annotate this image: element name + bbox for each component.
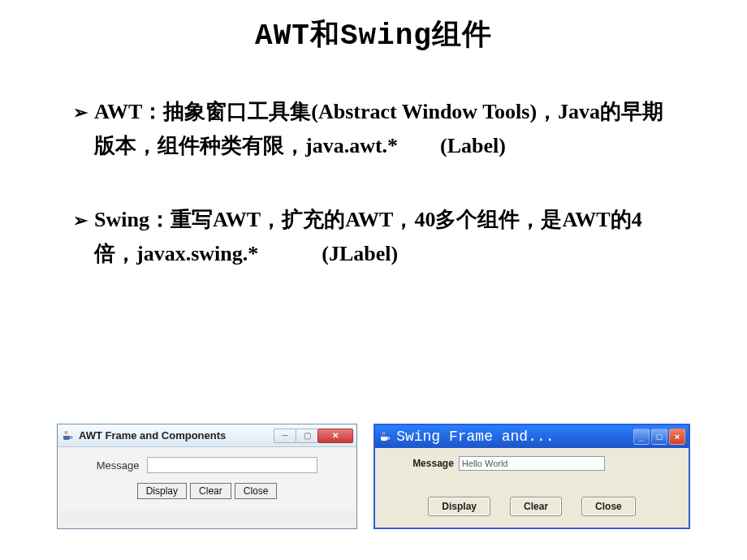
message-label: Message — [97, 459, 140, 472]
close-button[interactable]: Close — [581, 497, 636, 516]
awt-window: AWT Frame and Components ─ ▢ ✕ Message D… — [57, 424, 357, 529]
maximize-button[interactable]: ▢ — [296, 429, 318, 443]
display-button[interactable]: Display — [137, 483, 187, 499]
display-button[interactable]: Display — [428, 497, 490, 516]
bullet-item: ➢ AWT：抽象窗口工具集(Abstract Window Tools)，Jav… — [73, 95, 674, 162]
bullet-text: Swing：重写AWT，扩充的AWT，40多个组件，是AWT的4倍，javax.… — [94, 203, 674, 270]
swing-body: Message Display Clear Close — [375, 448, 689, 528]
close-button[interactable]: Close — [235, 483, 278, 499]
message-input[interactable] — [459, 456, 605, 471]
bullet-marker-icon: ➢ — [73, 206, 88, 270]
swing-titlebar[interactable]: Swing Frame and... _ □ × — [375, 425, 689, 448]
java-coffee-icon — [378, 430, 391, 443]
window-controls: _ □ × — [633, 429, 685, 445]
bullet-text: AWT：抽象窗口工具集(Abstract Window Tools)，Java的… — [94, 95, 674, 162]
minimize-button[interactable]: _ — [633, 429, 650, 445]
clear-button[interactable]: Clear — [510, 497, 562, 516]
window-controls: ─ ▢ ✕ — [274, 429, 353, 443]
java-coffee-icon — [61, 429, 74, 442]
awt-body: Message Display Clear Close — [58, 447, 356, 510]
message-input[interactable] — [147, 457, 317, 473]
minimize-button[interactable]: ─ — [274, 429, 296, 443]
bullet-marker-icon: ➢ — [73, 98, 88, 162]
awt-titlebar[interactable]: AWT Frame and Components ─ ▢ ✕ — [58, 424, 356, 447]
windows-row: AWT Frame and Components ─ ▢ ✕ Message D… — [0, 424, 747, 529]
maximize-button[interactable]: □ — [651, 429, 667, 445]
message-label: Message — [412, 458, 454, 469]
close-button[interactable]: ✕ — [317, 429, 353, 443]
slide-content: ➢ AWT：抽象窗口工具集(Abstract Window Tools)，Jav… — [0, 54, 747, 270]
awt-window-title: AWT Frame and Components — [77, 429, 274, 442]
swing-window-title: Swing Frame and... — [395, 429, 633, 445]
swing-window: Swing Frame and... _ □ × Message Display… — [374, 424, 690, 529]
bullet-item: ➢ Swing：重写AWT，扩充的AWT，40多个组件，是AWT的4倍，java… — [73, 203, 674, 270]
close-button[interactable]: × — [669, 429, 685, 445]
clear-button[interactable]: Clear — [190, 483, 231, 499]
slide-title: AWT和Swing组件 — [0, 0, 747, 54]
